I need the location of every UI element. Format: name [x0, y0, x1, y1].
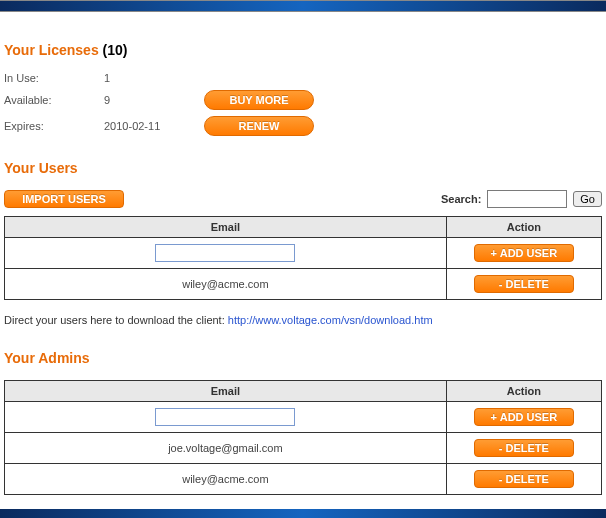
users-email-header: Email — [5, 217, 447, 238]
delete-admin-button[interactable]: - DELETE — [474, 470, 574, 488]
expires-value: 2010-02-11 — [104, 120, 204, 132]
search-input[interactable] — [487, 190, 567, 208]
users-heading: Your Users — [4, 160, 602, 176]
download-text: Direct your users here to download the c… — [4, 314, 228, 326]
inuse-value: 1 — [104, 72, 204, 84]
add-user-button[interactable]: + ADD USER — [474, 244, 574, 262]
licenses-count: (10) — [103, 42, 128, 58]
renew-button[interactable]: RENEW — [204, 116, 314, 136]
users-add-row: + ADD USER — [5, 238, 602, 269]
admins-heading: Your Admins — [4, 350, 602, 366]
go-button[interactable]: Go — [573, 191, 602, 207]
license-available-row: Available: 9 BUY MORE — [4, 90, 602, 110]
license-expires-row: Expires: 2010-02-11 RENEW — [4, 116, 602, 136]
new-user-email-input[interactable] — [155, 244, 295, 262]
admins-table: Email Action + ADD USER joe.voltage@gmai… — [4, 380, 602, 495]
licenses-heading: Your Licenses (10) — [4, 42, 602, 58]
user-email-cell: wiley@acme.com — [5, 269, 447, 300]
admin-email-cell: wiley@acme.com — [5, 464, 447, 495]
admins-action-header: Action — [446, 381, 601, 402]
users-action-header: Action — [446, 217, 601, 238]
admin-email-cell: joe.voltage@gmail.com — [5, 433, 447, 464]
admins-table-row: joe.voltage@gmail.com - DELETE — [5, 433, 602, 464]
delete-user-button[interactable]: - DELETE — [474, 275, 574, 293]
available-value: 9 — [104, 94, 204, 106]
expires-label: Expires: — [4, 120, 104, 132]
available-label: Available: — [4, 94, 104, 106]
users-table-row: wiley@acme.com - DELETE — [5, 269, 602, 300]
search-label: Search: — [441, 193, 481, 205]
download-link[interactable]: http://www.voltage.com/vsn/download.htm — [228, 314, 433, 326]
bottom-bar — [0, 509, 606, 518]
users-toolbar: IMPORT USERS Search: Go — [4, 190, 602, 208]
top-bar — [0, 0, 606, 12]
page-content: Your Licenses (10) In Use: 1 Available: … — [0, 12, 606, 509]
buy-more-button[interactable]: BUY MORE — [204, 90, 314, 110]
admins-table-row: wiley@acme.com - DELETE — [5, 464, 602, 495]
add-admin-button[interactable]: + ADD USER — [474, 408, 574, 426]
new-admin-email-input[interactable] — [155, 408, 295, 426]
users-table: Email Action + ADD USER wiley@acme.com -… — [4, 216, 602, 300]
admins-add-row: + ADD USER — [5, 402, 602, 433]
licenses-title: Your Licenses — [4, 42, 99, 58]
admins-email-header: Email — [5, 381, 447, 402]
search-group: Search: Go — [441, 190, 602, 208]
license-inuse-row: In Use: 1 — [4, 72, 602, 84]
delete-admin-button[interactable]: - DELETE — [474, 439, 574, 457]
download-note: Direct your users here to download the c… — [4, 314, 602, 326]
import-users-button[interactable]: IMPORT USERS — [4, 190, 124, 208]
inuse-label: In Use: — [4, 72, 104, 84]
